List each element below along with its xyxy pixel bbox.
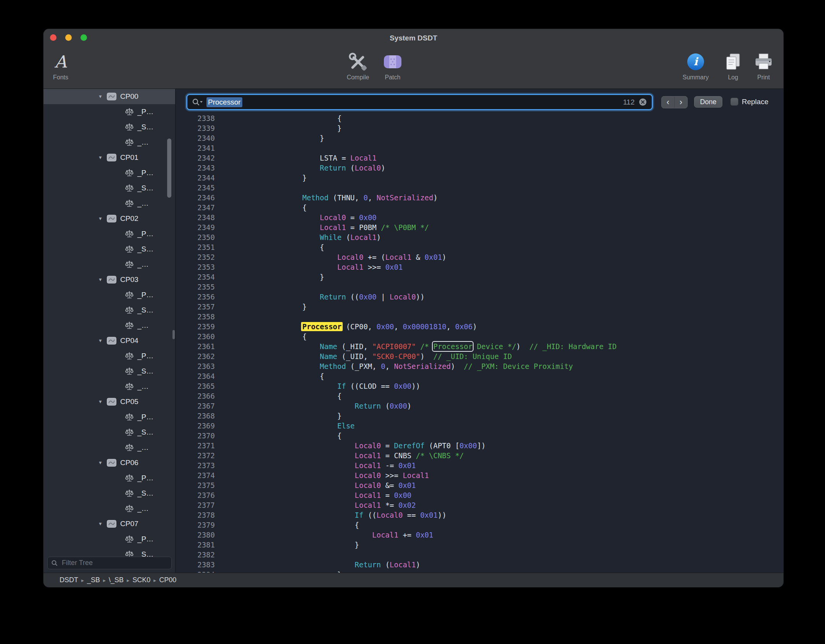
code-line: 2366 { <box>176 391 783 401</box>
code-text: Processor (CP00, 0x00, 0x00001810, 0x06) <box>250 322 477 332</box>
disclosure-triangle-icon[interactable]: ▼ <box>97 521 104 526</box>
tree-item-node[interactable]: _… <box>44 196 175 211</box>
disclosure-triangle-icon[interactable]: ▼ <box>97 338 104 343</box>
summary-label: Summary <box>683 74 709 81</box>
tree-item-node[interactable]: _… <box>44 379 175 394</box>
tree-item-node[interactable]: _… <box>44 135 175 150</box>
chevron-right-icon: › <box>680 98 682 106</box>
tree-item-node[interactable]: _… <box>44 440 175 455</box>
code-line: 2382 <box>176 550 783 560</box>
code-line: 2383 Return (Local1) <box>176 560 783 570</box>
line-number: 2374 <box>176 470 215 480</box>
code-line: 2348 Local0 = 0x00 <box>176 213 783 222</box>
tree-item-p[interactable]: _P… <box>44 165 175 180</box>
line-number: 2372 <box>176 451 215 460</box>
chevron-left-icon: ‹ <box>667 98 669 106</box>
tree-item-cp03[interactable]: ▼CP03 <box>44 272 175 287</box>
print-button[interactable]: Print <box>741 50 783 81</box>
tree-item-cp01[interactable]: ▼CP01 <box>44 150 175 165</box>
disclosure-triangle-icon[interactable]: ▼ <box>97 277 104 282</box>
code-lines[interactable]: 2338 {2339 }2340 }23412342 LSTA = Local1… <box>176 113 783 573</box>
log-label: Log <box>728 74 738 81</box>
tree-item-node[interactable]: _… <box>44 257 175 272</box>
clear-search-icon[interactable] <box>638 98 647 106</box>
fonts-button[interactable]: A Fonts <box>44 50 84 81</box>
line-number: 2356 <box>176 292 215 302</box>
tree-item-cp04[interactable]: ▼CP04 <box>44 333 175 348</box>
line-number: 2361 <box>176 341 215 351</box>
patch-button[interactable]: Patch <box>370 50 416 81</box>
code-line: 2345 <box>176 183 783 193</box>
tree-item-cp07[interactable]: ▼CP07 <box>44 516 175 531</box>
code-line: 2374 Local0 >>= Local1 <box>176 470 783 480</box>
line-number: 2367 <box>176 401 215 411</box>
line-number: 2366 <box>176 391 215 401</box>
breadcrumb-item[interactable]: \_SB <box>109 576 124 584</box>
breadcrumb-separator: ▸ <box>103 577 106 583</box>
tree-item-p[interactable]: _P… <box>44 348 175 364</box>
breadcrumb-item[interactable]: SCK0 <box>132 576 150 584</box>
tree-item-node[interactable]: _… <box>44 318 175 333</box>
tree-item-label: _S… <box>137 367 153 375</box>
disclosure-triangle-icon[interactable]: ▼ <box>97 155 104 160</box>
tree-item-label: _S… <box>137 306 153 314</box>
code-line: 2384 } <box>176 570 783 573</box>
breadcrumb-item[interactable]: _SB <box>87 576 100 584</box>
tree-item-p[interactable]: _P… <box>44 226 175 242</box>
tree-item-s[interactable]: _S… <box>44 364 175 379</box>
line-number: 2380 <box>176 530 215 540</box>
find-input[interactable]: Processor 112 <box>186 94 653 110</box>
tree-item-p[interactable]: _P… <box>44 531 175 547</box>
disclosure-triangle-icon[interactable]: ▼ <box>97 460 104 465</box>
method-icon <box>125 352 134 360</box>
line-number: 2338 <box>176 113 215 123</box>
method-icon <box>125 474 134 482</box>
disclosure-triangle-icon[interactable]: ▼ <box>97 94 104 99</box>
previous-match-button[interactable]: ‹ <box>662 97 675 108</box>
splitter-handle[interactable] <box>172 330 175 339</box>
line-number: 2362 <box>176 351 215 361</box>
replace-checkbox[interactable] <box>730 98 738 106</box>
code-line: 2347 { <box>176 203 783 213</box>
line-number: 2340 <box>176 133 215 143</box>
code-text: Return (Local0) <box>250 163 385 173</box>
filter-tree-input[interactable] <box>61 559 168 567</box>
done-button[interactable]: Done <box>694 96 722 108</box>
code-text: Local1 += 0x01 <box>250 530 433 540</box>
code-text: { <box>250 203 307 213</box>
editor[interactable]: Processor 112 ‹ › Don <box>176 89 783 573</box>
tree-item-p[interactable]: _P… <box>44 470 175 486</box>
tree-item-label: _S… <box>137 184 153 192</box>
line-number: 2382 <box>176 550 215 560</box>
sidebar-scrollbar[interactable] <box>167 138 171 198</box>
tree-item-cp05[interactable]: ▼CP05 <box>44 394 175 409</box>
tree-item-label: _… <box>137 382 149 391</box>
tree-item-node[interactable]: _… <box>44 501 175 516</box>
find-current-match: Processor <box>433 342 472 351</box>
tree-item-p[interactable]: _P… <box>44 409 175 425</box>
disclosure-triangle-icon[interactable]: ▼ <box>97 216 104 221</box>
disclosure-triangle-icon[interactable]: ▼ <box>97 399 104 404</box>
tree-item-s[interactable]: _S… <box>44 425 175 440</box>
tree-item-s[interactable]: _S… <box>44 486 175 501</box>
search-menu-icon[interactable] <box>192 98 203 106</box>
method-icon <box>125 138 134 147</box>
match-count: 112 <box>623 98 635 106</box>
tree-item-s[interactable]: _S… <box>44 119 175 135</box>
tree-item-cp00[interactable]: ▼CP00 <box>44 89 175 104</box>
tree-item-cp02[interactable]: ▼CP02 <box>44 211 175 226</box>
breadcrumb-item[interactable]: CP00 <box>159 576 176 584</box>
tree-item-label: _S… <box>137 428 153 436</box>
tree-item-cp06[interactable]: ▼CP06 <box>44 455 175 470</box>
next-match-button[interactable]: › <box>675 97 687 108</box>
tree-item-label: _P… <box>137 291 153 299</box>
scope-icon <box>107 93 116 100</box>
tree-item-s[interactable]: _S… <box>44 242 175 257</box>
breadcrumb-item[interactable]: DSDT <box>60 576 78 584</box>
tree-item-s[interactable]: _S… <box>44 303 175 318</box>
tree-item-p[interactable]: _P… <box>44 287 175 303</box>
tree-item-s[interactable]: _S… <box>44 547 175 557</box>
tree-item-s[interactable]: _S… <box>44 180 175 196</box>
tree-item-p[interactable]: _P… <box>44 104 175 119</box>
tree-item-label: _… <box>137 199 149 208</box>
